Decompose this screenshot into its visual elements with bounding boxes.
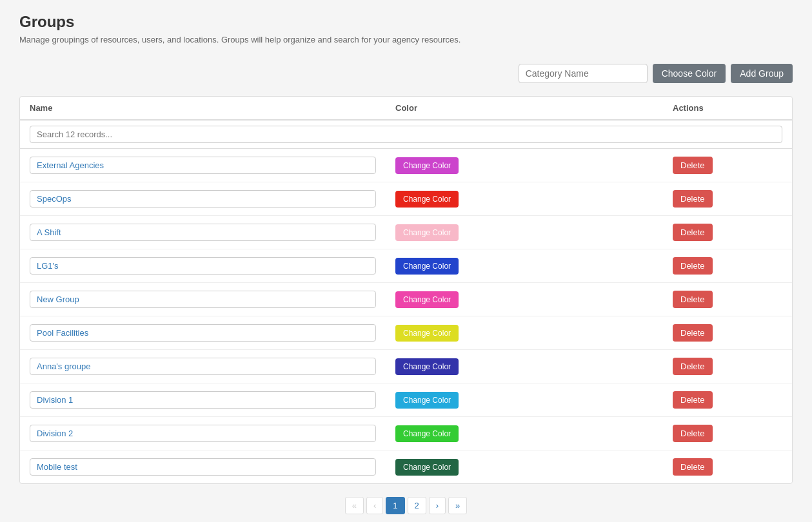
- delete-button[interactable]: Delete: [673, 458, 713, 476]
- color-cell: Change Color: [386, 151, 663, 180]
- pagination-page-2[interactable]: 2: [408, 497, 426, 514]
- delete-button[interactable]: Delete: [673, 391, 713, 409]
- delete-button[interactable]: Delete: [673, 291, 713, 308]
- actions-cell: Delete: [663, 385, 792, 415]
- group-name-input[interactable]: [30, 257, 376, 275]
- actions-cell: Delete: [663, 351, 792, 382]
- name-cell: [20, 383, 386, 416]
- group-name-input[interactable]: [30, 458, 376, 476]
- group-name-input[interactable]: [30, 358, 376, 375]
- actions-cell: Delete: [663, 284, 792, 314]
- color-cell: Change Color: [386, 251, 663, 281]
- category-name-input[interactable]: [519, 64, 648, 83]
- change-color-button[interactable]: Change Color: [395, 157, 459, 174]
- pagination-prev[interactable]: ‹: [366, 497, 383, 514]
- toolbar: Choose Color Add Group: [19, 64, 793, 83]
- pagination: « ‹ 1 2 › »: [19, 497, 793, 522]
- name-cell: [20, 316, 386, 349]
- column-name: Name: [20, 97, 386, 119]
- name-cell: [20, 283, 386, 316]
- pagination-next[interactable]: ›: [429, 497, 446, 514]
- table-row: Change ColorDelete: [20, 149, 792, 182]
- table-header: Name Color Actions: [20, 97, 792, 121]
- group-name-input[interactable]: [30, 324, 376, 342]
- actions-cell: Delete: [663, 150, 792, 180]
- color-cell: Change Color: [386, 218, 663, 247]
- pagination-first[interactable]: «: [345, 497, 364, 514]
- groups-table: Name Color Actions Change ColorDeleteCha…: [19, 96, 793, 484]
- page-subtitle: Manage groupings of resources, users, an…: [19, 35, 793, 44]
- actions-cell: Delete: [663, 251, 792, 281]
- change-color-button[interactable]: Change Color: [395, 258, 459, 275]
- choose-color-button[interactable]: Choose Color: [653, 64, 726, 83]
- table-row: Change ColorDelete: [20, 182, 792, 216]
- table-body: Change ColorDeleteChange ColorDeleteChan…: [20, 149, 792, 483]
- actions-cell: Delete: [663, 418, 792, 449]
- color-cell: Change Color: [386, 452, 663, 482]
- color-cell: Change Color: [386, 419, 663, 449]
- page-container: Groups Manage groupings of resources, us…: [0, 0, 812, 522]
- table-row: Change ColorDelete: [20, 216, 792, 249]
- name-cell: [20, 350, 386, 383]
- change-color-button[interactable]: Change Color: [395, 191, 459, 208]
- table-row: Change ColorDelete: [20, 316, 792, 350]
- group-name-input[interactable]: [30, 391, 376, 409]
- group-name-input[interactable]: [30, 425, 376, 442]
- table-row: Change ColorDelete: [20, 283, 792, 316]
- delete-button[interactable]: Delete: [673, 190, 713, 208]
- add-group-button[interactable]: Add Group: [731, 64, 793, 83]
- table-row: Change ColorDelete: [20, 383, 792, 417]
- group-name-input[interactable]: [30, 157, 376, 174]
- delete-button[interactable]: Delete: [673, 157, 713, 174]
- delete-button[interactable]: Delete: [673, 358, 713, 375]
- change-color-button[interactable]: Change Color: [395, 291, 459, 308]
- column-color: Color: [386, 97, 663, 119]
- name-cell: [20, 450, 386, 483]
- pagination-last[interactable]: »: [448, 497, 467, 514]
- actions-cell: Delete: [663, 452, 792, 482]
- name-cell: [20, 149, 386, 182]
- color-cell: Change Color: [386, 318, 663, 348]
- color-cell: Change Color: [386, 285, 663, 314]
- color-cell: Change Color: [386, 184, 663, 214]
- delete-button[interactable]: Delete: [673, 257, 713, 275]
- delete-button[interactable]: Delete: [673, 224, 713, 241]
- actions-cell: Delete: [663, 318, 792, 348]
- delete-button[interactable]: Delete: [673, 425, 713, 442]
- delete-button[interactable]: Delete: [673, 324, 713, 342]
- change-color-button[interactable]: Change Color: [395, 325, 459, 342]
- group-name-input[interactable]: [30, 190, 376, 208]
- actions-cell: Delete: [663, 217, 792, 247]
- change-color-button[interactable]: Change Color: [395, 392, 459, 409]
- name-cell: [20, 216, 386, 249]
- change-color-button[interactable]: Change Color: [395, 459, 459, 476]
- table-row: Change ColorDelete: [20, 417, 792, 450]
- group-name-input[interactable]: [30, 291, 376, 308]
- table-row: Change ColorDelete: [20, 350, 792, 383]
- change-color-button[interactable]: Change Color: [395, 358, 459, 375]
- page-title: Groups: [19, 13, 793, 31]
- search-input[interactable]: [30, 126, 782, 143]
- name-cell: [20, 182, 386, 215]
- pagination-page-1[interactable]: 1: [386, 497, 404, 514]
- color-cell: Change Color: [386, 352, 663, 382]
- name-cell: [20, 417, 386, 450]
- column-actions: Actions: [663, 97, 792, 119]
- search-row: [20, 121, 792, 149]
- table-row: Change ColorDelete: [20, 450, 792, 483]
- change-color-button[interactable]: Change Color: [395, 425, 459, 442]
- color-cell: Change Color: [386, 385, 663, 415]
- name-cell: [20, 249, 386, 282]
- table-row: Change ColorDelete: [20, 249, 792, 283]
- change-color-button[interactable]: Change Color: [395, 224, 459, 241]
- group-name-input[interactable]: [30, 224, 376, 241]
- actions-cell: Delete: [663, 184, 792, 214]
